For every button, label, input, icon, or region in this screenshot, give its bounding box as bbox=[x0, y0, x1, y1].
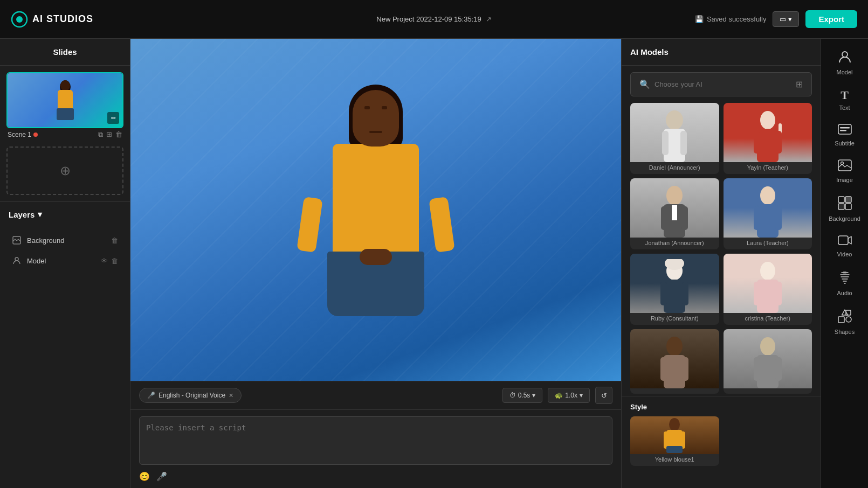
model-card-jonathan[interactable]: Jonathan (Announcer) bbox=[630, 178, 719, 249]
svg-rect-6 bbox=[662, 131, 669, 155]
model-card-laura[interactable]: Laura (Teacher) bbox=[724, 178, 812, 249]
header: AI STUDIOS New Project 2022-12-09 15:35:… bbox=[0, 0, 868, 39]
slide-1[interactable]: ✏ Scene 1 ⧉ ⊞ 🗑 bbox=[6, 72, 123, 141]
panel-item-image[interactable]: Image bbox=[825, 154, 864, 189]
add-slide-button[interactable]: ⊕ bbox=[6, 147, 123, 195]
mic-icon[interactable]: 🎤 bbox=[156, 471, 167, 482]
image-panel-label: Image bbox=[836, 177, 853, 183]
style-card-img bbox=[630, 416, 719, 454]
model-card-cristina[interactable]: cristina (Teacher) bbox=[724, 254, 812, 325]
panel-item-shapes[interactable]: Shapes bbox=[825, 304, 864, 340]
script-footer: 😊 🎤 bbox=[139, 467, 612, 482]
edit-slide-icon[interactable]: ✏ bbox=[107, 112, 119, 124]
visibility-model-icon[interactable]: 👁 bbox=[101, 257, 108, 265]
timing-chevron: ▾ bbox=[532, 392, 535, 399]
model-label-7 bbox=[630, 388, 719, 394]
panel-item-model[interactable]: Model bbox=[825, 44, 864, 81]
timing-button[interactable]: ⏱ 0.5s ▾ bbox=[502, 388, 543, 403]
svg-rect-46 bbox=[840, 127, 850, 129]
model-img-daniel bbox=[630, 103, 719, 162]
split-scene-icon[interactable]: ⊞ bbox=[106, 130, 112, 139]
svg-rect-50 bbox=[838, 197, 844, 203]
svg-point-18 bbox=[760, 186, 775, 205]
layers-chevron-icon: ▾ bbox=[38, 210, 42, 219]
model-label-8 bbox=[724, 388, 812, 394]
model-card-7[interactable] bbox=[630, 329, 719, 394]
refresh-button[interactable]: ↺ bbox=[595, 387, 612, 404]
svg-rect-20 bbox=[754, 206, 760, 230]
search-icon: 🔍 bbox=[639, 79, 650, 89]
video-panel-label: Video bbox=[837, 251, 852, 257]
presenter-figure bbox=[284, 90, 467, 381]
svg-rect-12 bbox=[775, 131, 782, 154]
background-layer-label: Background bbox=[27, 236, 106, 245]
model-img-laura bbox=[724, 178, 812, 238]
svg-rect-21 bbox=[775, 206, 782, 230]
delete-model-icon[interactable]: 🗑 bbox=[111, 257, 118, 265]
style-card-yellow-blouse[interactable]: Yellow blouse1 bbox=[630, 416, 719, 466]
svg-rect-43 bbox=[666, 446, 683, 453]
background-panel-icon bbox=[838, 196, 852, 213]
main-layout: Slides ✏ Scene 1 bbox=[0, 39, 868, 488]
model-label-jonathan: Jonathan (Announcer) bbox=[630, 238, 719, 249]
image-panel-icon bbox=[838, 159, 852, 175]
delete-background-icon[interactable]: 🗑 bbox=[111, 236, 118, 245]
svg-point-4 bbox=[666, 110, 683, 130]
svg-point-3 bbox=[15, 257, 18, 261]
copy-scene-icon[interactable]: ⧉ bbox=[98, 130, 103, 139]
svg-point-1 bbox=[16, 16, 23, 23]
delete-scene-icon[interactable]: 🗑 bbox=[115, 130, 122, 139]
background-layer-icon bbox=[12, 235, 22, 245]
logo-text: AI STUDIOS bbox=[32, 13, 93, 25]
model-card-ruby[interactable]: Ruby (Consultant) bbox=[630, 254, 719, 325]
model-img-jonathan bbox=[630, 178, 719, 238]
voice-wave-icon: 🎤 bbox=[147, 392, 155, 399]
svg-point-35 bbox=[760, 337, 775, 355]
style-label: Style bbox=[630, 403, 812, 411]
panel-item-text[interactable]: T Text bbox=[825, 83, 864, 116]
slides-header: Slides bbox=[0, 39, 130, 66]
header-center: New Project 2022-12-09 15:35:19 ↗ bbox=[376, 15, 491, 23]
search-bar[interactable]: 🔍 ⊞ bbox=[630, 72, 812, 96]
background-panel-label: Background bbox=[829, 215, 860, 222]
model-card-daniel[interactable]: Daniel (Announcer) bbox=[630, 103, 719, 174]
model-card-yayln[interactable]: Yayln (Teacher) bbox=[724, 103, 812, 174]
model-panel-icon bbox=[838, 50, 852, 67]
ai-models-header: AI Models bbox=[622, 39, 821, 66]
voice-select-button[interactable]: 🎤 English - Original Voice ✕ bbox=[139, 388, 242, 403]
speed-button[interactable]: 🐢 1.0x ▾ bbox=[548, 388, 590, 403]
model-img-ruby bbox=[630, 254, 719, 313]
model-layer-label: Model bbox=[27, 257, 95, 265]
panel-item-subtitle[interactable]: Subtitle bbox=[825, 118, 864, 152]
view-toggle-button[interactable]: ▭ ▾ bbox=[773, 11, 799, 27]
layers-header[interactable]: Layers ▾ bbox=[0, 201, 130, 227]
add-slide-icon: ⊕ bbox=[60, 163, 71, 178]
background-layer-actions: 🗑 bbox=[111, 236, 118, 245]
model-label-laura: Laura (Teacher) bbox=[724, 238, 812, 249]
external-link-icon[interactable]: ↗ bbox=[486, 15, 492, 23]
slide-thumb-1[interactable]: ✏ bbox=[6, 72, 123, 128]
script-input[interactable] bbox=[139, 416, 612, 465]
shapes-panel-icon bbox=[838, 309, 852, 326]
icons-panel: Model T Text Subtitle bbox=[821, 39, 868, 488]
model-card-8[interactable] bbox=[724, 329, 812, 394]
panel-item-background[interactable]: Background bbox=[825, 191, 864, 227]
left-panel: Slides ✏ Scene 1 bbox=[0, 39, 130, 488]
layer-model[interactable]: Model 👁 🗑 bbox=[6, 252, 123, 270]
script-area: 😊 🎤 bbox=[130, 409, 621, 488]
panel-item-audio[interactable]: Audio bbox=[825, 265, 864, 302]
search-input[interactable] bbox=[655, 80, 791, 88]
emoji-icon[interactable]: 😊 bbox=[139, 471, 150, 482]
export-button[interactable]: Export bbox=[805, 10, 857, 28]
panel-item-video[interactable]: Video bbox=[825, 229, 864, 263]
layer-background[interactable]: Background 🗑 bbox=[6, 231, 123, 249]
refresh-icon: ↺ bbox=[601, 392, 607, 400]
subtitle-panel-icon bbox=[838, 124, 852, 138]
voice-clear-icon[interactable]: ✕ bbox=[229, 392, 233, 399]
filter-icon[interactable]: ⊞ bbox=[796, 79, 803, 89]
svg-rect-53 bbox=[845, 204, 851, 210]
svg-rect-26 bbox=[682, 282, 688, 305]
svg-point-27 bbox=[760, 262, 775, 280]
slides-area: ✏ Scene 1 ⧉ ⊞ 🗑 ⊕ bbox=[0, 66, 130, 201]
svg-rect-33 bbox=[660, 357, 667, 381]
